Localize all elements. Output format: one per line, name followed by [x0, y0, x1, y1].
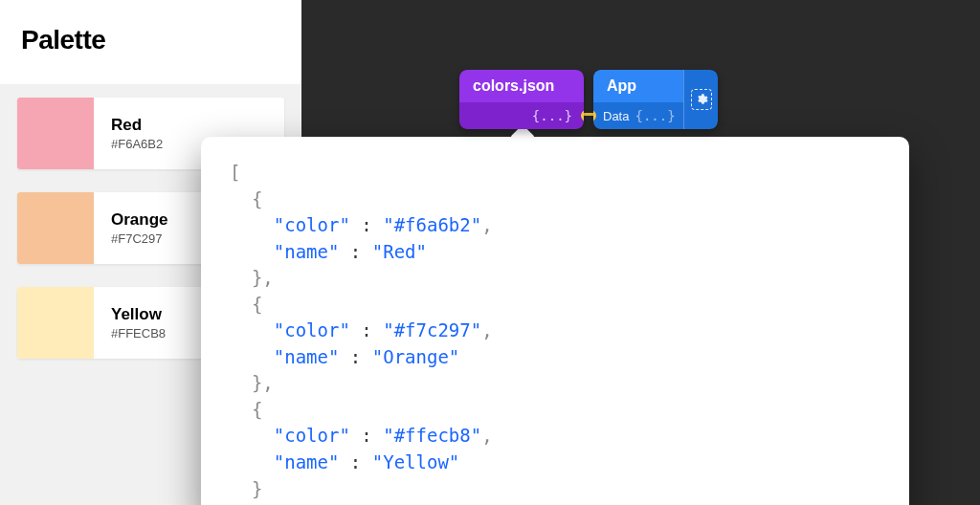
node-graph: colors.json {...} App Data {...}	[459, 70, 718, 129]
node-settings-button[interactable]	[683, 70, 718, 129]
node-title: App	[593, 70, 683, 102]
braces-icon: {...}	[532, 108, 572, 123]
data-label: Data	[603, 109, 629, 123]
swatch	[17, 192, 94, 264]
swatch	[17, 98, 94, 169]
input-port[interactable]	[593, 110, 596, 121]
swatch-info: Yellow #FFECB8	[94, 287, 183, 359]
braces-icon: {...}	[635, 108, 675, 123]
sidebar-header: Palette	[0, 0, 301, 84]
swatch	[17, 287, 94, 359]
swatch-hex: #FFECB8	[111, 326, 166, 340]
gear-icon	[691, 89, 712, 110]
node-colors-json[interactable]: colors.json {...}	[459, 70, 584, 129]
swatch-hex: #F6A6B2	[111, 137, 163, 151]
swatch-name: Orange	[111, 210, 168, 230]
swatch-info: Orange #F7C297	[94, 192, 186, 264]
swatch-hex: #F7C297	[111, 231, 168, 246]
json-source-view[interactable]: [ { "color" : "#f6a6b2", "name" : "Red" …	[230, 160, 880, 505]
page-title: Palette	[21, 25, 280, 55]
swatch-info: Red #F6A6B2	[94, 98, 180, 169]
node-body: Data {...}	[593, 102, 683, 129]
node-body: {...}	[459, 102, 584, 129]
output-port[interactable]	[581, 110, 584, 121]
json-popover: [ { "color" : "#f6a6b2", "name" : "Red" …	[201, 137, 909, 505]
canvas[interactable]: colors.json {...} App Data {...}	[301, 0, 980, 505]
swatch-name: Yellow	[111, 305, 166, 324]
node-app[interactable]: App Data {...}	[593, 70, 718, 129]
swatch-name: Red	[111, 116, 163, 135]
node-title: colors.json	[459, 70, 584, 102]
